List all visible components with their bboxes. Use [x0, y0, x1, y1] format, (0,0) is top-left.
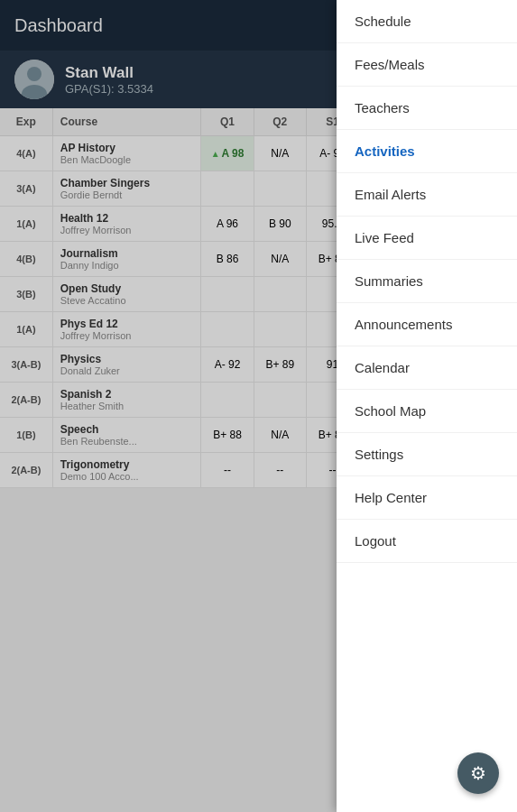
- menu-item-school-map[interactable]: School Map: [337, 390, 517, 433]
- menu-item-teachers[interactable]: Teachers: [337, 87, 517, 130]
- menu-item-summaries[interactable]: Summaries: [337, 260, 517, 303]
- menu-item-help-center[interactable]: Help Center: [337, 476, 517, 520]
- menu-item-settings[interactable]: Settings: [337, 433, 517, 476]
- menu-item-email-alerts[interactable]: Email Alerts: [337, 173, 517, 217]
- dropdown-menu: ScheduleFees/MealsTeachersActivitiesEmai…: [337, 0, 517, 812]
- menu-item-live-feed[interactable]: Live Feed: [337, 217, 517, 260]
- menu-item-schedule[interactable]: Schedule: [337, 0, 517, 43]
- menu-item-activities[interactable]: Activities: [337, 130, 517, 173]
- menu-item-fees-meals[interactable]: Fees/Meals: [337, 43, 517, 87]
- fab-button[interactable]: ⚙: [457, 752, 499, 794]
- menu-item-calendar[interactable]: Calendar: [337, 346, 517, 390]
- menu-item-announcements[interactable]: Announcements: [337, 303, 517, 346]
- menu-item-logout[interactable]: Logout: [337, 520, 517, 563]
